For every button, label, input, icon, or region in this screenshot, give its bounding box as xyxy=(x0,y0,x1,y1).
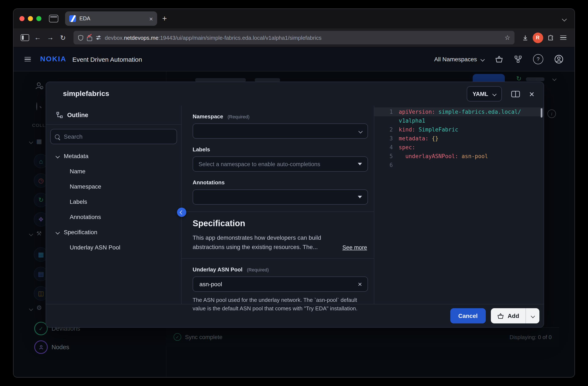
split-view-icon[interactable] xyxy=(511,90,520,97)
dialog-header: simplefabrics YAML × xyxy=(46,82,544,106)
user-icon[interactable] xyxy=(554,55,564,64)
outline-panel: Outline MetadataNameNamespaceLabelsAnnot… xyxy=(46,106,182,304)
nokia-logo: NOKIA xyxy=(40,55,66,63)
window-controls xyxy=(20,16,42,21)
yaml-code: 1apiVersion: simple-fabrics.eda.local/v1… xyxy=(374,107,544,170)
dropdown-triangle-icon xyxy=(358,163,362,165)
browser-menu-icon[interactable] xyxy=(557,31,569,44)
add-button[interactable]: Add xyxy=(491,308,525,323)
code-line: 3metadata: {} xyxy=(374,134,544,143)
app-title: Event Driven Automation xyxy=(72,56,142,63)
profile-avatar[interactable]: R xyxy=(531,31,544,44)
basket-icon[interactable] xyxy=(495,55,503,63)
sidebar-toggle-icon[interactable] xyxy=(19,31,31,44)
annotations-select[interactable] xyxy=(193,189,368,205)
view-mode-select[interactable]: YAML xyxy=(466,86,502,101)
outline-heading: Outline xyxy=(46,106,181,125)
yaml-editor[interactable]: 1apiVersion: simple-fabrics.eda.local/v1… xyxy=(374,106,544,304)
window-minimize-button[interactable] xyxy=(28,16,33,21)
annotations-label: Annotations xyxy=(193,179,225,186)
editor-scrollbar[interactable] xyxy=(541,108,542,117)
tree-item-namespace[interactable]: Namespace xyxy=(46,179,181,194)
tab-strip: EDA × + xyxy=(14,9,574,28)
dropdown-triangle-icon xyxy=(358,196,362,198)
specification-description: This app demonstrates how developers can… xyxy=(193,233,347,251)
search-icon xyxy=(55,134,60,139)
forward-button[interactable]: → xyxy=(44,31,57,44)
transactions-flow-icon[interactable] xyxy=(514,55,522,63)
tree-item-name[interactable]: Name xyxy=(46,164,181,179)
lock-icon[interactable] xyxy=(87,37,92,41)
namespace-selector[interactable]: All Namespaces xyxy=(434,56,484,63)
add-options-chevron[interactable] xyxy=(526,308,539,323)
outline-search[interactable] xyxy=(50,129,177,144)
namespace-select[interactable] xyxy=(193,123,368,139)
app-header: NOKIA Event Driven Automation All Namesp… xyxy=(14,47,574,71)
tree-section-specification[interactable]: Specification xyxy=(46,225,181,240)
outline-tree: MetadataNameNamespaceLabelsAnnotationsSp… xyxy=(46,148,181,255)
tab-list-chevron-icon[interactable] xyxy=(563,15,566,23)
chevron-down-icon xyxy=(492,92,497,96)
connection-settings-icon[interactable] xyxy=(95,35,101,41)
asn-pool-label: Underlay ASN Pool xyxy=(193,266,242,273)
dialog-title: simplefabrics xyxy=(63,90,109,98)
new-tab-button[interactable]: + xyxy=(162,14,167,23)
tab-close-icon[interactable]: × xyxy=(149,15,153,22)
asn-pool-field[interactable]: × xyxy=(193,276,368,292)
bookmark-star-icon[interactable]: ☆ xyxy=(504,34,510,42)
browser-tab[interactable]: EDA × xyxy=(65,11,157,26)
browser-toolbar: ← → ↻ devbox.netdevops.me:19443/ui/app/m… xyxy=(14,28,574,47)
shield-icon[interactable] xyxy=(78,34,84,41)
chevron-down-icon xyxy=(358,129,363,133)
screen: EDA × + ← → ↻ devbox.netdevops.me:19443/… xyxy=(0,0,588,386)
tree-item-underlay-asn-pool[interactable]: Underlay ASN Pool xyxy=(46,240,181,255)
basket-icon xyxy=(497,313,504,319)
chevron-down-icon xyxy=(481,57,485,61)
asn-pool-help-text: The ASN pool used for the underlay netwo… xyxy=(193,296,370,313)
code-line: v1alpha1 xyxy=(374,116,544,125)
cancel-button[interactable]: Cancel xyxy=(450,308,486,323)
add-button-group: Add xyxy=(491,308,539,323)
reload-button[interactable]: ↻ xyxy=(57,31,69,44)
clear-icon[interactable]: × xyxy=(358,280,362,288)
search-input[interactable] xyxy=(63,133,172,140)
simplefabrics-dialog: simplefabrics YAML × xyxy=(46,82,544,328)
back-button[interactable]: ← xyxy=(31,31,44,44)
tree-item-labels[interactable]: Labels xyxy=(46,194,181,209)
code-line: 1apiVersion: simple-fabrics.eda.local/ xyxy=(374,107,544,116)
window-close-button[interactable] xyxy=(20,16,24,21)
labels-label: Labels xyxy=(193,146,210,153)
asn-pool-input[interactable] xyxy=(199,280,358,288)
code-line: 4spec: xyxy=(374,143,544,152)
chevron-down-icon xyxy=(56,154,60,158)
namespace-label: Namespace xyxy=(193,113,223,120)
browser-window: EDA × + ← → ↻ devbox.netdevops.me:19443/… xyxy=(13,8,575,378)
code-line: 6 xyxy=(374,161,544,170)
see-more-link[interactable]: See more xyxy=(342,244,367,251)
code-line: 2kind: SimpleFabric xyxy=(374,125,544,134)
close-icon[interactable]: × xyxy=(529,90,534,98)
chevron-down-icon xyxy=(56,230,60,234)
tree-section-metadata[interactable]: Metadata xyxy=(46,148,181,164)
specification-heading: Specification xyxy=(193,219,368,228)
collapse-outline-handle[interactable] xyxy=(177,207,186,217)
extensions-puzzle-icon[interactable] xyxy=(544,31,557,44)
url-bar[interactable]: devbox.netdevops.me:19443/ui/app/main/si… xyxy=(74,31,514,45)
eda-favicon-icon xyxy=(69,15,76,22)
outline-tree-icon xyxy=(56,112,63,118)
firefox-view-icon[interactable] xyxy=(49,15,58,23)
tree-item-annotations[interactable]: Annotations xyxy=(46,209,181,225)
code-line: 5 underlayASNPool: asn-pool xyxy=(374,152,544,161)
url-text[interactable]: devbox.netdevops.me:19443/ui/app/main/si… xyxy=(105,34,501,41)
window-zoom-button[interactable] xyxy=(36,16,42,21)
app-menu-icon[interactable] xyxy=(24,57,31,62)
labels-select[interactable]: Select a namespace to enable auto-comple… xyxy=(193,157,368,172)
page-content: COLLA ▦ ⌂◷↻❖ ⚒ ▦▤◫ ⚙ ✓ Deviations xyxy=(14,71,574,377)
help-icon[interactable]: ? xyxy=(533,54,543,64)
tab-title: EDA xyxy=(79,16,146,22)
form-panel: Namespace (Required) Labels Select a nam… xyxy=(182,106,374,304)
eda-app: NOKIA Event Driven Automation All Namesp… xyxy=(14,47,574,377)
downloads-icon[interactable] xyxy=(519,31,531,44)
